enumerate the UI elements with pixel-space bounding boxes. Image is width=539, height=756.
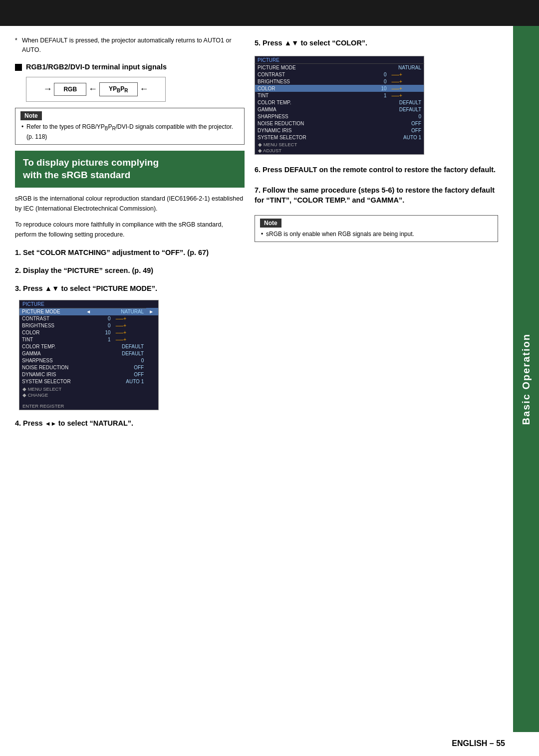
table-right-row-3: COLOR 10 –—+ — [255, 85, 424, 92]
table-right-row-0: PICTURE MODE NATURAL — [255, 64, 424, 71]
table-left-cell-1-bar: –—+ — [113, 315, 147, 322]
table-right-cell-3-val: 10 — [366, 85, 389, 92]
main-content: When DEFAULT is pressed, the projector a… — [0, 26, 513, 756]
table-right-cell-6-val: DEFAULT — [366, 106, 424, 113]
table-left-cell-0-val: NATURAL — [113, 308, 147, 315]
arrow-right-small: ► — [146, 308, 158, 315]
table-right-cell-3-label: COLOR — [255, 85, 366, 92]
sidebar: Basic Operation — [513, 26, 539, 732]
table-right-cell-4-label: TINT — [255, 92, 366, 99]
table-right-cell-1-val: 0 — [366, 71, 389, 78]
table-right-row-9: DYNAMIC IRIS OFF — [255, 127, 424, 134]
table-right-row-7: SHARPNESS 0 — [255, 113, 424, 120]
step-4: 4. Press ◄► to select “NATURAL”. — [15, 418, 245, 428]
note-title-1: Note — [20, 111, 42, 120]
table-left-row-6: GAMMA DEFAULT — [19, 350, 159, 357]
table-right-cell-0-val: NATURAL — [366, 64, 424, 71]
diagram-rgb: RGB — [54, 83, 86, 96]
table-left-cell-0-label: PICTURE MODE — [19, 308, 84, 315]
table-left-cell-3-val: 10 — [83, 329, 113, 336]
picture-table-left: PICTURE PICTURE MODE ◄ NATURAL ► CONTRAS… — [19, 300, 159, 410]
table-left-cell-2-val: 0 — [83, 322, 113, 329]
step-4-suffix: to select “NATURAL”. — [58, 419, 133, 427]
table-left-row-9: DYNAMIC IRIS OFF — [19, 371, 159, 378]
table-left-cell-2-bar: –—+ — [113, 322, 147, 329]
table-right-cell-2-label: BRIGHTNESS — [255, 78, 366, 85]
table-left-cell-3-label: COLOR — [19, 329, 84, 336]
table-left-row-10: SYSTEM SELECTOR AUTO 1 — [19, 378, 159, 385]
body-text-2: To reproduce colours more faithfully in … — [15, 220, 245, 240]
table-right-row-10: SYSTEM SELECTOR AUTO 1 — [255, 134, 424, 141]
table-left-cell-4-val: 1 — [83, 336, 113, 343]
highlight-box: To display pictures complying with the s… — [15, 151, 245, 187]
table-left-cell-6-val: DEFAULT — [83, 350, 146, 357]
note-box-1: Note Refer to the types of RGB/YPBPR/DVI… — [15, 108, 245, 145]
table-left-cell-3-bar: –—+ — [113, 329, 147, 336]
table-left-footer1: ◆ MENU SELECT — [22, 386, 155, 392]
table-right-row-1: CONTRAST 0 –—+ — [255, 71, 424, 78]
table-right-cell-5-val: DEFAULT — [366, 99, 424, 106]
body-para-2: To reproduce colours more faithfully in … — [15, 220, 245, 240]
table-right-cell-4-val: 1 — [366, 92, 389, 99]
diagram-ypbpr: YPBPR — [99, 82, 138, 96]
table-right-cell-9-val: OFF — [366, 127, 424, 134]
table-left-footer2-3: ◆ CHANGE ENTER REGISTER — [22, 392, 155, 409]
rgb-section-heading: RGB1/RGB2/DVI-D terminal input signals — [15, 63, 245, 71]
sidebar-label: Basic Operation — [521, 333, 532, 425]
table-right-cell-8-label: NOISE REDUCTION — [255, 120, 366, 127]
table-right-cell-7-label: SHARPNESS — [255, 113, 366, 120]
table-right-footer2: ◆ ADJUST — [258, 148, 421, 153]
table-left-cell-5-label: COLOR TEMP. — [19, 343, 84, 350]
table-left-cell-9-label: DYNAMIC IRIS — [19, 371, 84, 378]
highlight-line1: To display pictures complying — [23, 157, 237, 169]
note-box-right: Note sRGB is only enable when RGB signal… — [255, 215, 498, 242]
table-right-cell-9-label: DYNAMIC IRIS — [255, 127, 366, 134]
top-note-text: When DEFAULT is pressed, the projector a… — [22, 37, 232, 53]
step-7: 7. Follow the same procedure (steps 5-6)… — [255, 185, 498, 206]
step-4-prefix: 4. Press — [15, 419, 43, 427]
step-6: 6. Press DEFAULT on the remote control t… — [255, 165, 498, 175]
table-right-row-8: NOISE REDUCTION OFF — [255, 120, 424, 127]
black-square-icon — [15, 64, 22, 71]
table-left-row-5: COLOR TEMP. DEFAULT — [19, 343, 159, 350]
table-left-cell-7-val: 0 — [83, 357, 146, 364]
table-right-row-4: TINT 1 –—+ — [255, 92, 424, 99]
table-right-cell-6-label: GAMMA — [255, 106, 366, 113]
note-text-right: sRGB is only enable when RGB signals are… — [260, 230, 493, 239]
table-right-cell-8-val: OFF — [366, 120, 424, 127]
body-para-1: sRGB is the international colour reprodu… — [15, 194, 245, 214]
table-right-cell-2-bar: –—+ — [389, 78, 424, 85]
table-right-footer-row: ◆ MENU SELECT ◆ ADJUST — [255, 141, 424, 155]
table-right-cell-10-label: SYSTEM SELECTOR — [255, 134, 366, 141]
arrow-left-small: ◄ — [83, 308, 113, 315]
table-right-row-2: BRIGHTNESS 0 –—+ — [255, 78, 424, 85]
table-right-cell-1-label: CONTRAST — [255, 71, 366, 78]
step-2: 2. Display the “PICTURE” screen. (p. 49) — [15, 265, 245, 275]
step-1: 1. Set “COLOR MATCHING” adjustment to “O… — [15, 248, 245, 257]
rgb-heading-text: RGB1/RGB2/DVI-D terminal input signals — [26, 63, 167, 71]
table-left-cell-10-label: SYSTEM SELECTOR — [19, 378, 84, 385]
table-right-cell-4-bar: –—+ — [389, 92, 424, 99]
table-left-row-2: BRIGHTNESS 0 –—+ — [19, 322, 159, 329]
table-left-row-7: SHARPNESS 0 — [19, 357, 159, 364]
table-left-cell-4-label: TINT — [19, 336, 84, 343]
arrow-right-icon: → — [43, 84, 52, 94]
table-left-cell-9-val: OFF — [83, 371, 146, 378]
table-left-cell-8-val: OFF — [83, 364, 146, 371]
table-left-row-8: NOISE REDUCTION OFF — [19, 364, 159, 371]
table-right-header-row: PICTURE — [255, 56, 424, 64]
arrow-left-icon: ← — [88, 84, 97, 94]
top-note: When DEFAULT is pressed, the projector a… — [15, 36, 245, 55]
table-left-footer-row: ◆ MENU SELECT ◆ CHANGE ENTER REGISTER — [19, 385, 159, 410]
picture-table-left-wrapper: PICTURE PICTURE MODE ◄ NATURAL ► CONTRAS… — [17, 300, 245, 410]
table-right-cell-2-val: 0 — [366, 78, 389, 85]
table-right-row-6: GAMMA DEFAULT — [255, 106, 424, 113]
table-left-cell-10-val: AUTO 1 — [83, 378, 146, 385]
table-left-row-3: COLOR 10 –—+ — [19, 329, 159, 336]
top-bar — [0, 0, 539, 26]
arrow-left2-icon: ← — [140, 84, 149, 94]
table-right-cell-5-label: COLOR TEMP. — [255, 99, 366, 106]
table-left-row-1: CONTRAST 0 –—+ — [19, 315, 159, 322]
left-column: When DEFAULT is pressed, the projector a… — [15, 36, 245, 746]
body-text-1: sRGB is the international colour reprodu… — [15, 194, 245, 214]
